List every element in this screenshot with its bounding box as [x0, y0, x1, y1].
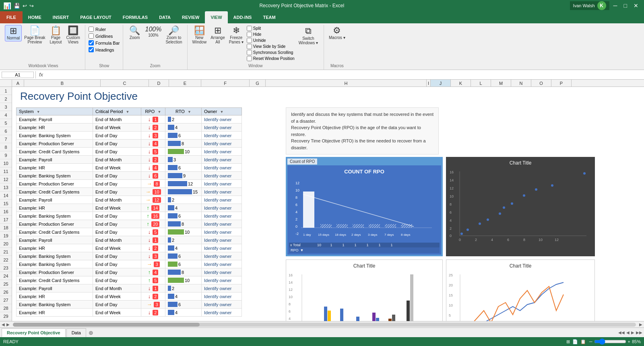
status-icon-page[interactable]: 📄 — [572, 339, 578, 344]
formula-input[interactable] — [46, 72, 642, 77]
cell-system[interactable]: Example: Payroll — [17, 196, 93, 204]
cell-owner[interactable]: Identify owner — [202, 188, 242, 196]
scroll-right[interactable]: ▶ — [6, 322, 10, 327]
cell-owner[interactable]: Identify owner — [202, 276, 242, 284]
cell-owner[interactable]: Identify owner — [202, 156, 242, 164]
tab-rpo[interactable]: Recovery Point Objective — [2, 328, 66, 337]
zoom-out-btn[interactable]: ─ — [589, 339, 592, 344]
btn-normal[interactable]: ⊞ Normal — [5, 25, 22, 41]
cell-owner[interactable]: Identify owner — [202, 204, 242, 212]
cell-owner[interactable]: Identify owner — [202, 132, 242, 140]
tab-home[interactable]: HOME — [23, 11, 47, 23]
hide-checkbox[interactable] — [247, 32, 252, 37]
maximize-btn[interactable]: □ — [621, 2, 630, 9]
system-filter-icon[interactable]: ▼ — [37, 110, 40, 114]
btn-zoom-100[interactable]: 100% 100% — [143, 25, 163, 38]
cell-owner[interactable]: Identify owner — [202, 309, 242, 317]
unhide-option[interactable]: Unhide — [247, 38, 295, 43]
checkbox-headings[interactable]: Headings — [89, 47, 120, 52]
tab-formulas[interactable]: FORMULAS — [117, 11, 153, 23]
btn-zoom-selection[interactable]: 🔎 Zoom toSelection — [164, 25, 184, 45]
btn-page-layout[interactable]: 📋 PageLayout — [48, 25, 64, 45]
tab-data[interactable]: Data — [66, 328, 86, 337]
cell-owner[interactable]: Identify owner — [202, 301, 242, 309]
tab-nav-left[interactable]: ◀◀ — [618, 330, 625, 335]
cell-system[interactable]: Example: Payroll — [17, 236, 93, 244]
tab-file[interactable]: FILE — [0, 11, 23, 23]
cell-system[interactable]: Example: Credit Card Systems — [17, 228, 93, 236]
redo-btn[interactable]: ↪ — [29, 3, 34, 9]
cell-system[interactable]: Example: Payroll — [17, 284, 93, 292]
split-option[interactable]: Split — [247, 26, 295, 31]
cell-system[interactable]: Example: Credit Card Systems — [17, 148, 93, 156]
cell-owner[interactable]: Identify owner — [202, 268, 242, 276]
scrollbar-thumb[interactable] — [13, 323, 200, 327]
cell-system[interactable]: Example: Banking System — [17, 212, 93, 220]
tab-nav-right[interactable]: ▶▶ — [636, 330, 642, 335]
tab-nav-next[interactable]: ▶ — [631, 330, 634, 335]
name-box[interactable] — [2, 72, 34, 78]
cell-system[interactable]: Example: Banking System — [17, 132, 93, 140]
minimize-btn[interactable]: ─ — [611, 2, 620, 9]
cell-owner[interactable]: Identify owner — [202, 212, 242, 220]
cell-owner[interactable]: Identify owner — [202, 164, 242, 172]
status-icon-layout[interactable]: 📋 — [580, 339, 586, 344]
period-filter-icon[interactable]: ▼ — [126, 110, 130, 114]
tab-add-ins[interactable]: ADD-INS — [228, 11, 258, 23]
cell-system[interactable]: Example: Production Server — [17, 140, 93, 148]
gridlines-input[interactable] — [89, 33, 94, 39]
cell-system[interactable]: Example: Credit Card Systems — [17, 188, 93, 196]
tab-team[interactable]: TEAM — [257, 11, 281, 23]
cell-system[interactable]: Example: Banking System — [17, 252, 93, 260]
tab-view[interactable]: VIEW — [205, 11, 227, 23]
view-side-option[interactable]: View Side by Side — [247, 44, 295, 49]
formula-bar-input[interactable] — [89, 40, 94, 45]
cell-system[interactable]: Example: HR — [17, 309, 93, 317]
cell-owner[interactable]: Identify owner — [202, 284, 242, 292]
rpo-filter-icon[interactable]: ▼ — [157, 110, 161, 114]
btn-switch-windows[interactable]: ⧉ SwitchWindows ▾ — [296, 25, 320, 46]
cell-owner[interactable]: Identify owner — [202, 236, 242, 244]
cell-owner[interactable]: Identify owner — [202, 244, 242, 252]
btn-custom-views[interactable]: 🔲 CustomViews — [65, 25, 82, 45]
cell-system[interactable]: Example: Banking System — [17, 172, 93, 180]
tab-data[interactable]: DATA — [153, 11, 176, 23]
status-icon-normal[interactable]: ⊞ — [566, 339, 570, 344]
scroll-left[interactable]: ◀ — [2, 322, 5, 327]
cell-owner[interactable]: Identify owner — [202, 172, 242, 180]
ruler-input[interactable] — [89, 27, 94, 32]
cell-system[interactable]: Example: Payroll — [17, 156, 93, 164]
btn-macros[interactable]: ⚙ Macros ▾ — [327, 25, 347, 41]
cell-owner[interactable]: Identify owner — [202, 115, 242, 124]
btn-page-break[interactable]: 📄 Page BreakPreview — [23, 25, 47, 45]
scrollbar-track[interactable] — [13, 323, 636, 327]
hide-option[interactable]: Hide — [247, 32, 295, 37]
cell-owner[interactable]: Identify owner — [202, 196, 242, 204]
cell-system[interactable]: Example: Credit Card Systems — [17, 276, 93, 284]
tab-review[interactable]: REVIEW — [176, 11, 205, 23]
cell-owner[interactable]: Identify owner — [202, 140, 242, 148]
zoom-in-btn[interactable]: + — [628, 339, 630, 344]
scroll-end-right[interactable]: ▶ — [639, 322, 642, 327]
unhide-checkbox[interactable] — [247, 38, 252, 43]
cell-system[interactable]: Example: Banking System — [17, 301, 93, 309]
rto-filter-icon[interactable]: ▼ — [188, 110, 191, 114]
reset-position-checkbox[interactable] — [247, 56, 252, 61]
reset-position-option[interactable]: Reset Window Position — [247, 56, 295, 61]
cell-system[interactable]: Example: HR — [17, 164, 93, 172]
cell-system[interactable]: Example: HR — [17, 124, 93, 132]
h-scrollbar[interactable]: ◀ ▶ ▶ — [0, 321, 644, 327]
checkbox-gridlines[interactable]: Gridlines — [89, 33, 120, 39]
checkbox-formula-bar[interactable]: Formula Bar — [89, 40, 120, 45]
btn-new-window[interactable]: 🪟 NewWindow — [191, 25, 208, 45]
cell-system[interactable]: Example: Banking System — [17, 260, 93, 268]
btn-arrange-all[interactable]: ⊞ ArrangeAll — [209, 25, 227, 45]
quick-save[interactable]: 💾 — [14, 3, 20, 9]
undo-btn[interactable]: ↩ — [23, 3, 27, 9]
cell-system[interactable]: Example: Production Server — [17, 180, 93, 188]
split-checkbox[interactable] — [247, 26, 252, 31]
tab-nav-prev[interactable]: ◀ — [626, 330, 630, 335]
tab-page-layout[interactable]: PAGE LAYOUT — [74, 11, 117, 23]
cell-owner[interactable]: Identify owner — [202, 180, 242, 188]
btn-zoom[interactable]: 🔍 Zoom — [126, 25, 142, 41]
